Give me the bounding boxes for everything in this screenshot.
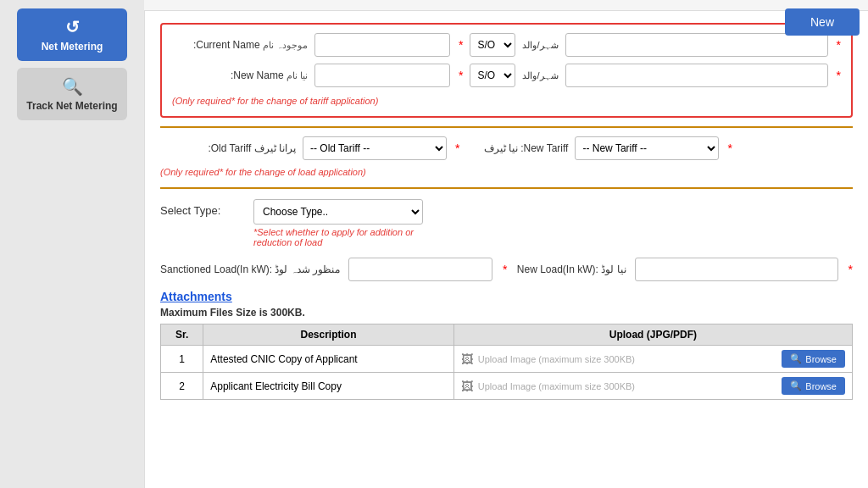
row1-upload-placeholder: Upload Image (maximum size 300KB) [478,354,777,364]
current-name-row: موجودہ نام Current Name: * S/O D/O W/O ش… [172,33,841,57]
select-type-row: Select Type: Choose Type.. Addition Redu… [160,199,853,247]
row1-browse-label: Browse [805,354,837,364]
new-load-star: * [849,263,853,276]
new-name-label: نیا نام New Name: [172,69,308,81]
net-metering-icon: ↺ [65,17,80,37]
select-type-label: Select Type: [160,199,245,217]
new-name-row: نیا نام New Name: * S/O D/O W/O شہر/والد… [172,64,841,87]
old-tariff-star: * [455,141,459,155]
tariff-warning: (Only required* for the change of load a… [160,165,853,179]
type-select[interactable]: Choose Type.. Addition Reduction [253,199,423,225]
row2-browse-label: Browse [805,381,837,391]
select-type-right: Choose Type.. Addition Reduction *Select… [253,199,423,247]
row1-sr: 1 [161,346,203,373]
new-tariff-label: New Tariff: نیا ٹیرف [466,142,568,154]
tariff-row: پرانا ٹیرف Old Tariff: -- Old Tariff -- … [160,136,853,160]
current-name-parent-star: * [837,38,841,52]
new-name-relation-select[interactable]: S/O D/O W/O [470,64,515,87]
main-content: موجودہ نام Current Name: * S/O D/O W/O ش… [144,11,868,488]
old-tariff-select[interactable]: -- Old Tariff -- [303,136,447,160]
row1-description: Attested CNIC Copy of Applicant [203,346,454,373]
table-row: 1 Attested CNIC Copy of Applicant 🖼 Uplo… [161,346,853,373]
name-section-warning: (Only required* for the change of tariff… [172,94,841,108]
sanctioned-load-star: * [503,263,507,276]
attachments-table: Sr. Description Upload (JPG/PDF) 1 Attes… [160,324,853,400]
top-bar: New [144,0,868,11]
new-load-input[interactable] [635,258,838,281]
sanctioned-load-label: منظور شدہ لوڈ :Sanctioned Load(In kW) [160,263,340,275]
col-upload: Upload (JPG/PDF) [453,324,852,346]
row2-upload-wrapper: 🖼 Upload Image (maximum size 300KB) 🔍 Br… [461,377,845,395]
sidebar-item-net-metering[interactable]: ↺ Net Metering [17,8,127,61]
tariff-section: پرانا ٹیرف Old Tariff: -- Old Tariff -- … [160,136,853,179]
select-type-warning: *Select whether to apply for addition or… [253,227,423,247]
current-name-label: موجودہ نام Current Name: [172,39,308,51]
main-wrapper: New موجودہ نام Current Name: * S/O D/O W… [144,0,868,488]
select-type-section: Select Type: Choose Type.. Addition Redu… [160,199,853,247]
name-section: موجودہ نام Current Name: * S/O D/O W/O ش… [160,23,853,118]
new-load-label: نیا لوڈ :New Load(In kW) [516,263,626,275]
table-row: 2 Applicant Electricity Bill Copy 🖼 Uplo… [161,373,853,400]
current-name-parent-input[interactable] [565,33,828,57]
sidebar-item-net-metering-label: Net Metering [42,41,103,53]
new-tariff-star: * [727,141,732,155]
current-name-relation-select[interactable]: S/O D/O W/O [470,33,515,57]
row2-upload-placeholder: Upload Image (maximum size 300KB) [478,381,777,391]
new-button[interactable]: New [785,8,860,36]
new-name-parent-star: * [837,69,841,82]
row1-image-icon: 🖼 [461,352,473,366]
row1-upload-wrapper: 🖼 Upload Image (maximum size 300KB) 🔍 Br… [461,350,845,368]
sidebar-item-track-net-metering[interactable]: 🔍 Track Net Metering [17,68,127,120]
row2-browse-icon: 🔍 [790,380,802,391]
sidebar: ↺ Net Metering 🔍 Track Net Metering [0,0,144,488]
current-name-star: * [459,38,463,52]
row1-upload-cell: 🖼 Upload Image (maximum size 300KB) 🔍 Br… [453,346,852,373]
current-name-input[interactable] [314,33,450,57]
new-name-parent-input[interactable] [565,64,828,87]
divider-2 [160,187,853,189]
row2-sr: 2 [161,373,203,400]
row1-browse-icon: 🔍 [790,353,802,364]
col-sr: Sr. [161,324,203,346]
track-net-metering-icon: 🔍 [62,76,83,97]
row2-image-icon: 🖼 [461,380,473,393]
new-name-relation-label: شہر/والد [522,70,558,81]
attachments-section: Attachments Maximum Files Size is 300KB.… [160,290,853,400]
new-name-star: * [459,69,463,82]
new-tariff-select[interactable]: -- New Tariff -- [575,136,719,160]
sidebar-item-track-net-metering-label: Track Net Metering [26,100,117,112]
old-tariff-label: پرانا ٹیرف Old Tariff: [160,142,296,154]
current-name-relation-label: شہر/والد [522,40,558,51]
row2-browse-button[interactable]: 🔍 Browse [782,377,845,395]
new-name-input[interactable] [314,64,450,87]
row2-description: Applicant Electricity Bill Copy [203,373,454,400]
sanctioned-load-input[interactable] [348,258,492,281]
load-section: منظور شدہ لوڈ :Sanctioned Load(In kW) * … [160,258,853,281]
row1-browse-button[interactable]: 🔍 Browse [782,350,845,368]
attachments-title[interactable]: Attachments [160,290,853,303]
divider-1 [160,126,853,128]
col-description: Description [203,324,454,346]
max-size-note: Maximum Files Size is 300KB. [160,307,853,319]
row2-upload-cell: 🖼 Upload Image (maximum size 300KB) 🔍 Br… [453,373,852,400]
